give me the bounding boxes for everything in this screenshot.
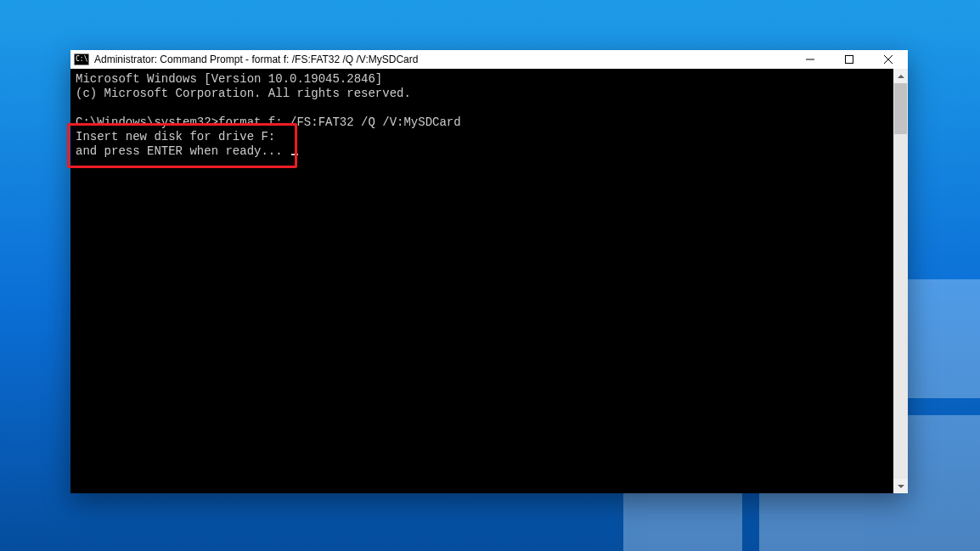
chevron-down-icon (898, 483, 904, 490)
close-icon (884, 55, 893, 64)
console-area[interactable]: Microsoft Windows [Version 10.0.19045.28… (70, 69, 893, 493)
maximize-icon (845, 55, 853, 64)
scroll-down-button[interactable] (893, 479, 908, 493)
minimize-icon (806, 55, 814, 64)
console-output: Microsoft Windows [Version 10.0.19045.28… (70, 69, 893, 162)
scroll-thumb[interactable] (894, 83, 907, 134)
vertical-scrollbar[interactable] (893, 69, 908, 493)
close-button[interactable] (869, 50, 908, 69)
titlebar[interactable]: Administrator: Command Prompt - format f… (70, 50, 908, 70)
maximize-button[interactable] (830, 50, 869, 69)
chevron-up-icon (898, 73, 904, 80)
desktop-background: Administrator: Command Prompt - format f… (0, 0, 980, 551)
text-cursor (291, 154, 298, 155)
scroll-up-button[interactable] (893, 69, 908, 83)
svg-rect-1 (846, 56, 853, 64)
scroll-track[interactable] (893, 83, 908, 479)
minimize-button[interactable] (791, 50, 830, 69)
command-prompt-window: Administrator: Command Prompt - format f… (70, 50, 908, 493)
window-title: Administrator: Command Prompt - format f… (94, 53, 418, 65)
cmd-icon (74, 53, 89, 65)
